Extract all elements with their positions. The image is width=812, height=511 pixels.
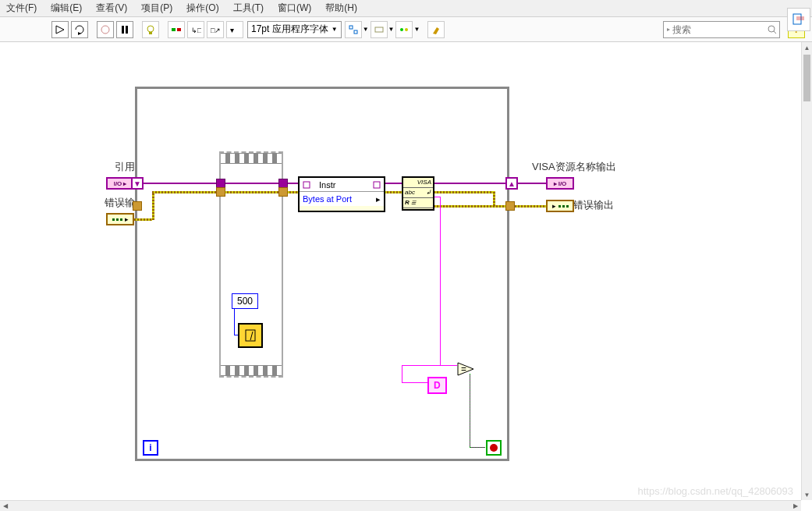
metronome-icon bbox=[243, 328, 258, 343]
step-over-icon: □↗ bbox=[210, 24, 221, 35]
lightbulb-icon bbox=[145, 24, 156, 35]
svg-rect-21 bbox=[303, 182, 310, 188]
menu-file[interactable]: 文件(F) bbox=[6, 2, 37, 15]
run-arrow-icon bbox=[55, 24, 66, 35]
svg-marker-1 bbox=[78, 32, 81, 35]
run-continuous-button[interactable] bbox=[71, 21, 88, 38]
step-out-icon: ▾ bbox=[229, 24, 240, 35]
abort-icon bbox=[100, 24, 111, 35]
string-wire-1 bbox=[434, 197, 440, 197]
instr-label: Instr bbox=[319, 180, 335, 190]
menu-project[interactable]: 项目(P) bbox=[141, 2, 172, 15]
equal-comparison-node[interactable]: = bbox=[456, 360, 475, 378]
run-continuous-icon bbox=[74, 24, 85, 35]
string-wire-3 bbox=[402, 365, 441, 366]
loop-iteration-terminal[interactable]: i bbox=[143, 440, 158, 456]
search-box[interactable]: ▸ bbox=[663, 21, 780, 38]
shift-register-left[interactable]: ▼ bbox=[131, 177, 144, 190]
error-out-terminal[interactable]: ▸ bbox=[546, 200, 574, 212]
svg-rect-22 bbox=[374, 182, 380, 188]
seq-tunnel-err-l[interactable] bbox=[216, 187, 225, 197]
vscroll-thumb[interactable] bbox=[803, 55, 810, 101]
align-button[interactable] bbox=[345, 21, 362, 38]
svg-text:▾: ▾ bbox=[230, 26, 234, 34]
toolbar: ↳□ □↗ ▾ 17pt 应用程序字体 ▼ ▼ ▼ ▼ ▸ ? bbox=[0, 17, 812, 42]
wait-ms-node[interactable] bbox=[238, 323, 263, 348]
search-icon bbox=[767, 24, 776, 35]
cleanup-button[interactable] bbox=[427, 21, 445, 38]
distribute-button[interactable] bbox=[371, 21, 388, 38]
pause-icon bbox=[119, 24, 130, 35]
menu-window[interactable]: 窗口(W) bbox=[278, 2, 311, 15]
io-text: I/O bbox=[114, 180, 122, 187]
scroll-right-icon[interactable]: ▶ bbox=[790, 501, 801, 511]
scroll-left-icon[interactable]: ◀ bbox=[0, 501, 11, 511]
visa-out-terminal[interactable]: ▸ I/O bbox=[546, 177, 574, 190]
while-loop-structure[interactable] bbox=[135, 87, 509, 461]
string-wire-2 bbox=[440, 197, 441, 365]
svg-rect-20 bbox=[796, 16, 804, 20]
vertical-scrollbar[interactable]: ▲ ▼ bbox=[801, 42, 812, 500]
horizontal-scrollbar[interactable]: ◀ ▶ bbox=[0, 500, 801, 511]
property-node[interactable]: Instr Bytes at Port ▸ bbox=[298, 176, 385, 212]
resize-button[interactable] bbox=[395, 21, 413, 38]
pause-button[interactable] bbox=[116, 21, 133, 38]
menu-tools[interactable]: 工具(T) bbox=[233, 2, 264, 15]
retain-wire-button[interactable] bbox=[168, 21, 185, 38]
menu-edit[interactable]: 编辑(E) bbox=[51, 2, 82, 15]
scroll-down-icon[interactable]: ▼ bbox=[802, 489, 812, 500]
bytes-at-port-label: Bytes at Port bbox=[303, 194, 352, 204]
error-tunnel-right[interactable] bbox=[505, 201, 515, 211]
seq-tunnel-err-r[interactable] bbox=[278, 187, 288, 197]
block-diagram-canvas[interactable]: 引用 I/O ▸ 错误输入 ▸ VISA资源名称输出 ▸ I/O 错误输出 ▸ bbox=[0, 42, 801, 500]
highlight-button[interactable] bbox=[142, 21, 159, 38]
visa-abc-row: abc↲ bbox=[403, 188, 433, 198]
abort-button[interactable] bbox=[97, 21, 114, 38]
ref-in-terminal[interactable]: I/O ▸ bbox=[106, 177, 134, 190]
menu-view[interactable]: 查看(V) bbox=[96, 2, 127, 15]
align-icon bbox=[348, 24, 359, 35]
string-wire-4 bbox=[440, 365, 457, 366]
font-label: 17pt 应用程序字体 bbox=[251, 23, 328, 36]
svg-text:↳□: ↳□ bbox=[191, 27, 201, 34]
font-selector[interactable]: 17pt 应用程序字体 ▼ bbox=[247, 21, 342, 38]
numeric-constant-500[interactable]: 500 bbox=[232, 293, 258, 309]
svg-rect-13 bbox=[354, 30, 357, 34]
svg-line-24 bbox=[250, 332, 253, 340]
error-in-terminal[interactable]: ▸ bbox=[106, 213, 134, 225]
broom-icon bbox=[431, 24, 441, 35]
svg-point-15 bbox=[400, 28, 403, 31]
visa-r-row: R ☰ bbox=[403, 198, 433, 208]
step-into-icon: ↳□ bbox=[190, 24, 201, 35]
svg-rect-14 bbox=[375, 27, 383, 32]
menu-operate[interactable]: 操作(O) bbox=[186, 2, 218, 15]
svg-marker-0 bbox=[56, 26, 64, 34]
shift-register-right[interactable]: ▲ bbox=[505, 177, 518, 190]
run-button[interactable] bbox=[51, 21, 69, 38]
loop-stop-terminal[interactable] bbox=[486, 440, 502, 456]
property-ref-icon bbox=[303, 181, 310, 189]
svg-text:=: = bbox=[461, 364, 466, 374]
string-constant-D[interactable]: D bbox=[427, 377, 447, 394]
search-input[interactable] bbox=[672, 24, 767, 35]
visa-read-node[interactable]: VISA abc↲ R ☰ bbox=[402, 176, 434, 211]
svg-text:□↗: □↗ bbox=[211, 27, 221, 34]
distribute-icon bbox=[374, 24, 385, 35]
error-wire-1 bbox=[134, 218, 152, 221]
step-out-button[interactable]: ▾ bbox=[226, 21, 243, 38]
error-tunnel-left[interactable] bbox=[133, 201, 142, 211]
scroll-up-icon[interactable]: ▲ bbox=[802, 42, 812, 53]
error-wire-5 bbox=[434, 205, 547, 208]
svg-point-16 bbox=[405, 28, 408, 31]
svg-rect-12 bbox=[349, 26, 353, 29]
svg-line-18 bbox=[774, 31, 776, 34]
menu-help[interactable]: 帮助(H) bbox=[325, 2, 357, 15]
error-wire-2 bbox=[152, 191, 154, 220]
step-into-button[interactable]: ↳□ bbox=[187, 21, 204, 38]
search-dropdown-icon[interactable]: ▸ bbox=[667, 26, 670, 33]
step-over-button[interactable]: □↗ bbox=[207, 21, 224, 38]
error-out-label: 错误输出 bbox=[573, 198, 614, 212]
visa-header: VISA bbox=[403, 178, 433, 188]
svg-rect-6 bbox=[149, 32, 152, 34]
context-help-button[interactable] bbox=[787, 8, 810, 31]
